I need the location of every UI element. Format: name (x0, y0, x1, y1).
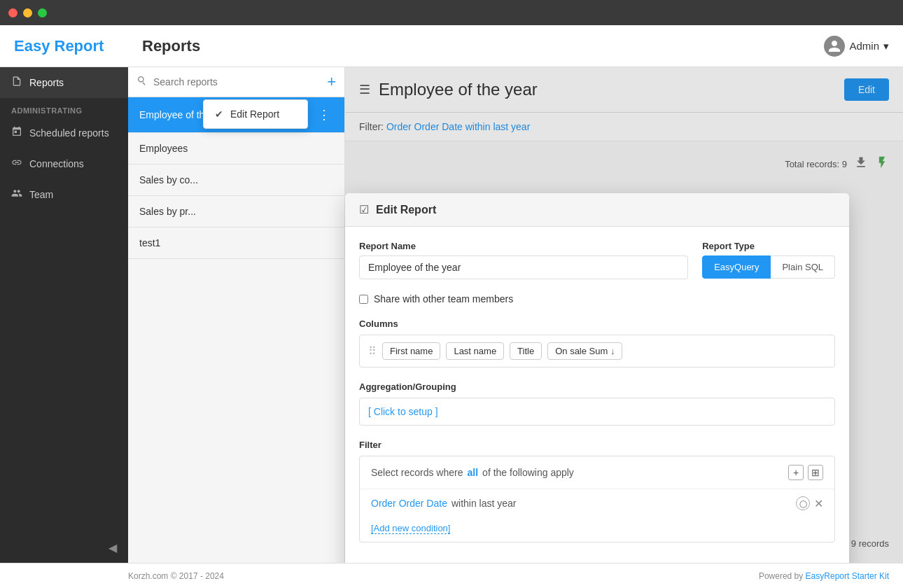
add-report-button[interactable]: + (327, 74, 336, 90)
filter-condition-row: Order Order Date within last year ◯ ✕ (360, 489, 834, 517)
sidebar-item-label: Team (29, 189, 53, 200)
sidebar-item-label: Scheduled reports (29, 127, 109, 139)
powered-by: Powered by EasyReport Starter Kit (759, 571, 889, 581)
sidebar-item-scheduled[interactable]: Scheduled reports (0, 118, 128, 148)
aggregation-label: Aggregation/Grouping (359, 382, 835, 392)
filter-add-group-button[interactable]: + (788, 465, 804, 480)
report-type-toggle: EasyQuery Plain SQL (702, 255, 835, 279)
list-item[interactable]: Employees (128, 133, 344, 164)
report-name-group: Report Name (359, 241, 688, 279)
modal-title: Edit Report (376, 204, 436, 216)
report-name-label: Report Name (359, 241, 688, 251)
columns-area: ⠿ First name Last name Title On sale Sum (359, 335, 835, 368)
filter-actions: + ⊞ (788, 465, 823, 480)
report-name-input[interactable] (359, 255, 688, 279)
columns-label: Columns (359, 318, 835, 329)
user-menu[interactable]: Admin ▾ (824, 36, 889, 57)
column-tag[interactable]: First name (382, 342, 440, 360)
list-item[interactable]: Sales by pr... (128, 196, 344, 227)
modal-header: ☑ Edit Report (345, 193, 849, 227)
sidebar: Reports ADMINISTRATING Scheduled reports… (0, 67, 128, 563)
add-condition-link[interactable]: [Add new condition] (371, 523, 450, 534)
sidebar-item-connections[interactable]: Connections (0, 148, 128, 179)
form-row-main: Report Name Report Type EasyQuery Plain … (359, 241, 835, 279)
sidebar-item-label: Connections (29, 158, 84, 169)
title-bar (0, 0, 903, 25)
sidebar-item-reports[interactable]: Reports (0, 67, 128, 98)
drag-handle-icon: ⠿ (368, 344, 377, 358)
maximize-dot[interactable] (38, 8, 47, 18)
aggregation-setup-link[interactable]: [ Click to setup ] (368, 406, 438, 417)
filter-condition-options-button[interactable]: ◯ (796, 496, 810, 510)
filter-operator-text: within last year (451, 498, 517, 509)
reports-icon (11, 76, 22, 90)
footer-bar: Korzh.com © 2017 - 2024 Powered by EasyR… (0, 563, 903, 588)
share-label: Share with other team members (374, 293, 513, 304)
search-input[interactable] (153, 76, 321, 88)
edit-report-modal: ☑ Edit Report Report Name Report Type (345, 193, 849, 563)
report-type-label: Report Type (702, 241, 835, 251)
share-checkbox[interactable] (359, 295, 368, 304)
report-list: Employee of the year ⋮ Employees Sales b… (128, 97, 344, 563)
chevron-left-icon: ◀ (108, 541, 117, 554)
add-condition-area: [Add new condition] (360, 517, 834, 542)
filter-section-header: Select records where all of the followin… (360, 456, 834, 489)
sidebar-item-team[interactable]: Team (0, 179, 128, 210)
type-easyquery-button[interactable]: EasyQuery (702, 255, 771, 279)
filter-header-text: Select records where all of the followin… (371, 467, 574, 478)
modal-body: Report Name Report Type EasyQuery Plain … (345, 227, 849, 563)
sidebar-collapse-btn[interactable]: ◀ (0, 533, 128, 563)
copyright-text: Korzh.com © 2017 - 2024 (128, 571, 224, 581)
app-header: Easy Report Reports Admin ▾ (0, 25, 903, 67)
aggregation-area: [ Click to setup ] (359, 398, 835, 426)
avatar (824, 36, 845, 57)
report-type-group: Report Type EasyQuery Plain SQL (702, 241, 835, 279)
checkmark-icon: ✔ (215, 108, 223, 120)
search-bar: + (128, 67, 344, 97)
filter-field-link[interactable]: Order Order Date (371, 498, 447, 509)
calendar-icon (11, 126, 22, 140)
minimize-dot[interactable] (23, 8, 32, 18)
connection-icon (11, 157, 22, 171)
type-plainsql-button[interactable]: Plain SQL (771, 255, 835, 279)
modal-check-icon: ☑ (359, 203, 369, 216)
context-menu-edit[interactable]: ✔ Edit Report (204, 100, 307, 128)
modal-overlay[interactable]: ☑ Edit Report Report Name Report Type (345, 67, 903, 563)
column-tag[interactable]: Last name (446, 342, 504, 360)
filter-condition: Order Order Date within last year (371, 498, 517, 509)
filter-label: Filter (359, 440, 835, 450)
search-icon (136, 75, 148, 89)
user-chevron-icon: ▾ (883, 40, 889, 52)
main-content: ☰ Employee of the year Edit Filter: Orde… (345, 67, 903, 563)
list-item[interactable]: test1 (128, 227, 344, 259)
team-icon (11, 188, 22, 202)
context-menu: ✔ Edit Report (203, 99, 308, 129)
user-label: Admin (849, 40, 879, 52)
close-dot[interactable] (8, 8, 18, 18)
page-title: Reports (142, 37, 824, 55)
sidebar-section-label: ADMINISTRATING (0, 98, 128, 118)
report-list-panel: + Employee of the year ⋮ Employees Sales… (128, 67, 345, 563)
filter-add-options-button[interactable]: ⊞ (808, 465, 823, 480)
share-checkbox-row: Share with other team members (359, 293, 835, 304)
filter-row-actions: ◯ ✕ (796, 496, 823, 510)
report-item-menu-btn[interactable]: ⋮ (315, 107, 333, 122)
sidebar-item-label: Reports (29, 77, 64, 88)
filter-remove-button[interactable]: ✕ (814, 497, 823, 510)
powered-by-link[interactable]: EasyReport Starter Kit (806, 571, 889, 581)
list-item[interactable]: Sales by co... (128, 164, 344, 196)
column-tag[interactable]: Title (510, 342, 542, 360)
app-body: Reports ADMINISTRATING Scheduled reports… (0, 67, 903, 563)
filter-section: Select records where all of the followin… (359, 456, 835, 542)
app-wrapper: Easy Report Reports Admin ▾ Reports ADMI… (0, 25, 903, 588)
column-tag-sorted[interactable]: On sale Sum (547, 342, 622, 360)
filter-keyword[interactable]: all (468, 467, 479, 478)
app-logo: Easy Report (14, 37, 142, 55)
